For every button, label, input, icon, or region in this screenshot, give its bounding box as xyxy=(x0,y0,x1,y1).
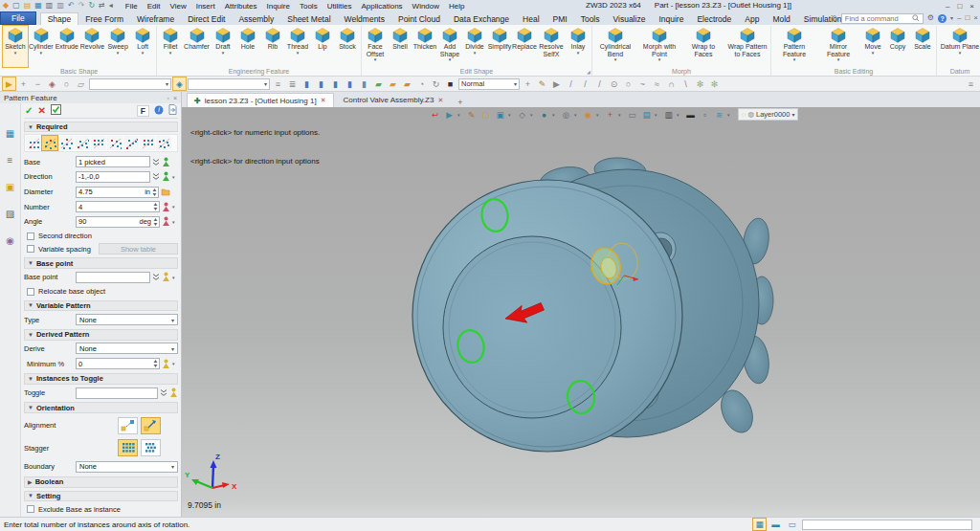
close-small-icon[interactable]: × xyxy=(973,13,978,23)
ribbon-tab-inquire[interactable]: Inquire xyxy=(652,13,690,25)
pick-lasso-icon[interactable]: ○ xyxy=(60,77,73,90)
circular-pattern-icon[interactable] xyxy=(42,136,57,150)
field-mode-button[interactable]: F xyxy=(137,105,149,117)
redo-icon[interactable]: ↷ xyxy=(78,1,85,11)
minimum-options-dropdown[interactable]: ▾ xyxy=(172,361,178,366)
type-combo[interactable]: None▾ xyxy=(76,314,178,325)
ribbon-tool-pattern-feature[interactable]: Pattern Feature▾ xyxy=(772,26,816,67)
ribbon-tool-extrude[interactable]: Extrude xyxy=(55,26,79,67)
ribbon-tab-file[interactable]: File xyxy=(0,11,36,25)
base-field[interactable] xyxy=(76,156,150,167)
ribbon-tool-sketch[interactable]: Sketch▾ xyxy=(3,26,28,67)
ribbon-tool-wrap-to-faces[interactable]: Wrap to Faces xyxy=(681,26,725,67)
angle-options-dropdown[interactable]: ▾ xyxy=(172,219,178,225)
ribbon-tool-copy[interactable]: Copy xyxy=(885,26,910,67)
direction-input[interactable] xyxy=(78,172,148,181)
direction-options-dropdown[interactable]: ▾ xyxy=(172,174,178,180)
new-file-icon[interactable]: ▢ xyxy=(12,1,20,11)
diameter-field[interactable]: in xyxy=(76,187,159,198)
ribbon-tool-fillet[interactable]: Fillet▾ xyxy=(158,26,183,67)
menu-view[interactable]: View xyxy=(165,2,190,11)
ribbon-tool-shell[interactable]: Shell xyxy=(388,26,412,67)
expand-list-icon[interactable] xyxy=(152,172,160,181)
sketch-line-3-icon[interactable]: / xyxy=(593,77,606,90)
ribbon-tool-mirror-feature[interactable]: Mirror Feature▾ xyxy=(816,26,860,67)
back-icon[interactable]: ◂ xyxy=(109,1,113,11)
ribbon-tool-loft[interactable]: Loft▾ xyxy=(130,26,155,67)
ribbon-tab-mold[interactable]: Mold xyxy=(766,13,796,25)
menu-attributes[interactable]: Attributes xyxy=(220,2,262,11)
ribbon-tool-morph-with-point[interactable]: Morph with Point▾ xyxy=(637,26,681,67)
info-icon[interactable]: i xyxy=(154,105,164,117)
angle-field[interactable]: deg xyxy=(76,216,160,228)
number-input[interactable] xyxy=(78,203,153,211)
stagger-offset-toggle[interactable] xyxy=(141,439,161,456)
menu-insert[interactable]: Insert xyxy=(191,2,220,11)
pick-add-icon[interactable]: + xyxy=(17,77,30,90)
panel-close-icon[interactable]: × xyxy=(173,95,177,101)
document-tab[interactable]: ✚lesson 23.Z3 - [Outlet Housing 1]✕ xyxy=(187,93,334,107)
menu-tools[interactable]: Tools xyxy=(295,2,323,11)
sketch-polyline-icon[interactable]: \ xyxy=(679,77,692,90)
section-base-point[interactable]: ▼Base point xyxy=(24,257,178,269)
ribbon-tab-sheet-metal[interactable]: Sheet Metal xyxy=(280,13,337,25)
print-preview-icon[interactable]: ▥ xyxy=(56,1,64,11)
chevron-down-icon[interactable]: ▾ xyxy=(142,51,145,55)
folder-green-icon[interactable]: ▰ xyxy=(372,77,385,90)
close-icon[interactable]: × xyxy=(969,2,974,11)
overflow-icon[interactable]: ≡ xyxy=(965,77,977,90)
relocate-checkbox[interactable] xyxy=(27,288,34,296)
regen-part-icon[interactable]: ↻ xyxy=(430,77,442,90)
pick-filter-icon[interactable]: ▶ xyxy=(3,77,15,90)
chevron-down-icon[interactable]: ▾ xyxy=(297,51,300,55)
ribbon-tab-shape[interactable]: Shape xyxy=(40,12,79,25)
chevron-down-icon[interactable]: ▾ xyxy=(449,57,452,62)
document-tab[interactable]: Control Valve Assembly.Z3✕ xyxy=(337,93,451,107)
ribbon-tab-app[interactable]: App xyxy=(738,13,766,25)
status-quick-input[interactable] xyxy=(802,520,972,530)
ribbon-tool-scale[interactable]: Scale xyxy=(910,26,935,67)
ribbon-tab-free-form[interactable]: Free Form xyxy=(78,13,130,25)
number-options-dropdown[interactable]: ▾ xyxy=(172,204,178,210)
exclude-base-checkbox[interactable] xyxy=(27,505,34,513)
expand-list-icon[interactable] xyxy=(152,273,160,281)
ribbon-tab-assembly[interactable]: Assembly xyxy=(232,13,280,25)
section-boolean[interactable]: ▶Boolean xyxy=(24,476,178,488)
spinner[interactable] xyxy=(153,202,158,211)
chevron-down-icon[interactable]: ▾ xyxy=(872,51,875,55)
menu-edit[interactable]: Edit xyxy=(143,2,166,11)
sketch-flower-2-icon[interactable]: ✻ xyxy=(708,77,721,90)
chevron-down-icon[interactable]: ▾ xyxy=(14,51,17,55)
base-point-field[interactable] xyxy=(76,272,150,283)
help-icon[interactable]: ? xyxy=(938,14,947,23)
chevron-down-icon[interactable]: ▾ xyxy=(374,57,377,62)
ribbon-tab-direct-edit[interactable]: Direct Edit xyxy=(181,13,232,25)
folder-gold-icon[interactable]: ▰ xyxy=(401,77,413,90)
sketch-arc-icon[interactable]: ∩ xyxy=(665,77,678,90)
sketch-line-1-icon[interactable]: / xyxy=(565,77,577,90)
ribbon-tool-lip[interactable]: Lip xyxy=(310,26,335,67)
pick-last-icon[interactable]: ◈ xyxy=(46,77,58,90)
ribbon-tool-datum-plane[interactable]: Datum Plane▾ xyxy=(938,26,980,67)
chevron-down-icon[interactable]: ▾ xyxy=(658,57,661,62)
ribbon-tool-hole[interactable]: Hole xyxy=(235,26,260,67)
align-vertical-icon[interactable]: ≣ xyxy=(286,77,299,90)
marker-3-icon[interactable]: ▮ xyxy=(329,77,342,90)
ribbon-tab-electrode[interactable]: Electrode xyxy=(690,13,738,25)
save-icon[interactable]: ▦ xyxy=(34,1,42,11)
open-file-icon[interactable]: ▤ xyxy=(24,1,32,11)
variable-pattern-icon[interactable] xyxy=(156,136,171,150)
attach-icon[interactable]: ✎ xyxy=(536,77,548,90)
point-to-point-pattern-icon[interactable] xyxy=(75,136,90,150)
boundary-combo[interactable]: None▾ xyxy=(76,461,178,473)
regen-icon[interactable]: ↻ xyxy=(88,1,95,11)
direction-field[interactable] xyxy=(76,171,150,183)
ribbon-tool-inlay[interactable]: Inlay▾ xyxy=(566,26,590,67)
polygon-pattern-icon[interactable] xyxy=(58,136,74,150)
ribbon-tab-weldments[interactable]: Weldments xyxy=(338,13,391,25)
toggle-field[interactable] xyxy=(76,387,158,399)
show-table-button[interactable]: Show table xyxy=(99,243,178,254)
minimize-small-icon[interactable]: – xyxy=(957,13,961,23)
smart-select-icon[interactable]: ◈ xyxy=(173,77,186,90)
ribbon-tool-move[interactable]: Move▾ xyxy=(860,26,885,67)
